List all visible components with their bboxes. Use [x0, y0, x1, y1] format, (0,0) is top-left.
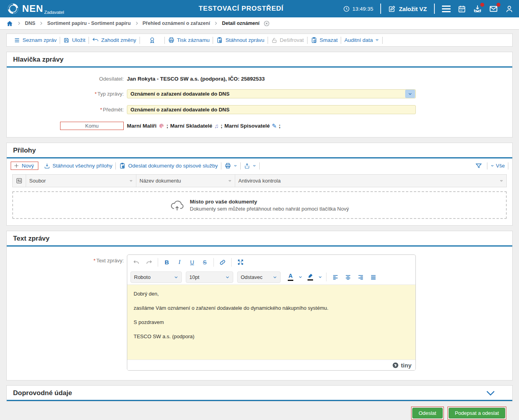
- underline-button[interactable]: U: [186, 257, 198, 268]
- sender-label: Odesílatel:: [13, 76, 127, 82]
- highlighter-icon: [308, 273, 313, 279]
- redo-icon[interactable]: [143, 257, 155, 268]
- clipboard-delete-icon: [311, 37, 317, 43]
- combobox-dropdown-button[interactable]: [405, 90, 415, 98]
- send-to-filing-service-button[interactable]: Odeslat dokumenty do spisové služby: [116, 162, 221, 169]
- download-icon: [44, 163, 50, 169]
- plus-icon: [13, 163, 19, 169]
- send-button[interactable]: Odeslat: [412, 408, 443, 418]
- block-format-select[interactable]: Odstavec: [237, 271, 281, 283]
- text-color-button[interactable]: A: [285, 271, 296, 283]
- chevron-down-icon: [273, 275, 277, 279]
- breadcrumb-sortiment[interactable]: Sortiment papíru - Sortiment papíru: [47, 21, 130, 26]
- expand-chevron-icon[interactable]: [486, 390, 495, 396]
- triangle-down-icon[interactable]: [129, 179, 133, 183]
- fullscreen-icon[interactable]: [234, 257, 246, 268]
- link-icon[interactable]: [217, 257, 228, 268]
- delete-button[interactable]: Smazat: [308, 37, 341, 43]
- share-up-icon: [244, 163, 250, 169]
- column-header-antivir[interactable]: Antivirová kontrola: [235, 175, 506, 187]
- chevron-down-icon: [174, 275, 178, 279]
- download-all-attachments-button[interactable]: Stáhnout všechny přílohy: [41, 163, 116, 169]
- footer-actions: Odeslat Podepsat a odeslat: [0, 407, 506, 420]
- editor-content[interactable]: Dobrý den, zasíláme Vám oznámení o zařaz…: [127, 285, 415, 360]
- section-title: Text zprávy: [13, 235, 49, 243]
- align-right-icon[interactable]: [355, 271, 366, 283]
- breadcrumb-detail: Detail oznámení: [222, 21, 259, 26]
- message-type-combobox[interactable]: Oznámení o zařazení dodavatele do DNS: [127, 89, 416, 98]
- clipboard-gear-icon: [119, 162, 126, 169]
- column-header-soubor[interactable]: Soubor: [26, 175, 136, 187]
- column-settings-icon[interactable]: [13, 175, 26, 187]
- file-dropzone[interactable]: Místo pro vaše dokumenty Dokumenty sem m…: [12, 191, 507, 219]
- list-icon: [14, 37, 20, 43]
- logo-subtitle: Zadavatel: [44, 10, 64, 15]
- attachments-toolbar: Nový Stáhnout všechny přílohy Odeslat do…: [7, 158, 512, 173]
- filter-all-button[interactable]: Vše: [491, 163, 505, 169]
- section-title: Přílohy: [13, 147, 36, 154]
- recipient-separator: ;: [221, 123, 223, 129]
- notification-badge: [480, 3, 484, 7]
- create-vz-button[interactable]: Založit VZ: [388, 5, 427, 13]
- breadcrumb-prehled[interactable]: Přehled oznámení o zařazení: [143, 21, 210, 26]
- rich-text-editor[interactable]: B I U S Roboto 10pt: [127, 254, 416, 371]
- export-attachments-button[interactable]: [241, 163, 259, 169]
- breadcrumb: DNS Sortiment papíru - Sortiment papíru …: [0, 17, 519, 30]
- pencil-icon: ✎: [272, 122, 277, 130]
- highlight-color-button[interactable]: [304, 271, 316, 283]
- download-message-button[interactable]: Stáhnout zprávu: [213, 37, 267, 43]
- divider: [213, 258, 214, 267]
- color-swatch: [308, 279, 313, 281]
- printer-icon: [168, 37, 175, 43]
- filter-icon[interactable]: [474, 162, 484, 170]
- text-color-dropdown[interactable]: [297, 271, 304, 283]
- font-size-select[interactable]: 10pt: [186, 271, 233, 283]
- triangle-down-icon[interactable]: [500, 179, 503, 183]
- inbox-download-icon[interactable]: [473, 4, 482, 13]
- align-justify-icon[interactable]: [367, 271, 379, 283]
- italic-button[interactable]: I: [174, 257, 185, 268]
- chevron-down-icon: [408, 92, 412, 96]
- font-family-select[interactable]: Roboto: [130, 271, 182, 283]
- recipients-button[interactable]: Komu: [60, 122, 124, 130]
- new-attachment-button[interactable]: Nový: [11, 162, 38, 170]
- user-icon[interactable]: [505, 5, 513, 13]
- print-attachments-button[interactable]: [221, 162, 240, 169]
- align-center-icon[interactable]: [342, 271, 354, 283]
- accompanying-data-section: Doprovodné údaje: [6, 385, 513, 401]
- highlight-color-dropdown[interactable]: [317, 271, 323, 283]
- save-button[interactable]: Uložit: [60, 37, 89, 43]
- menu-icon[interactable]: [442, 6, 451, 12]
- sign-ribbon-button[interactable]: [140, 37, 164, 44]
- chevron-right-icon: [39, 21, 43, 26]
- triangle-down-icon: [375, 38, 379, 42]
- bold-button[interactable]: B: [161, 257, 173, 268]
- sign-and-send-button[interactable]: Podepsat a odeslat: [449, 408, 505, 418]
- strikethrough-button[interactable]: S: [199, 257, 211, 268]
- printer-icon: [225, 162, 231, 169]
- breadcrumb-dns[interactable]: DNS: [25, 21, 35, 26]
- nen-logo[interactable]: NEN Zadavatel: [7, 3, 64, 15]
- subject-input[interactable]: [127, 105, 416, 114]
- triangle-down-icon[interactable]: [228, 179, 232, 183]
- attachments-table: Soubor Název dokumentu Antivirová kontro…: [12, 174, 507, 187]
- audit-data-button[interactable]: Auditní data: [341, 37, 382, 43]
- print-record-button[interactable]: Tisk záznamu: [165, 37, 213, 43]
- undo-icon[interactable]: [130, 257, 142, 268]
- logo-text: NEN: [22, 4, 43, 13]
- message-type-value: Oznámení o zařazení dodavatele do DNS: [127, 91, 405, 97]
- home-icon[interactable]: [6, 20, 13, 27]
- align-left-icon[interactable]: [329, 271, 341, 283]
- discard-changes-button[interactable]: Zahodit změny: [89, 37, 140, 43]
- clipboard-download-icon: [216, 37, 223, 43]
- close-tab-icon[interactable]: [263, 20, 270, 27]
- column-header-nazev[interactable]: Název dokumentu: [136, 175, 235, 187]
- environment-title: TESTOVACÍ PROSTŘEDÍ: [130, 5, 352, 13]
- message-body-section: Text zprávy *Text zprávy: B I U S: [6, 231, 513, 380]
- section-title: Doprovodné údaje: [13, 389, 72, 397]
- top-header: NEN Zadavatel TESTOVACÍ PROSTŘEDÍ 13:49:…: [0, 0, 519, 17]
- message-list-button[interactable]: Seznam zpráv: [11, 37, 60, 43]
- mail-icon[interactable]: [489, 4, 498, 13]
- calendar-icon[interactable]: [458, 5, 466, 13]
- divider: [508, 162, 508, 170]
